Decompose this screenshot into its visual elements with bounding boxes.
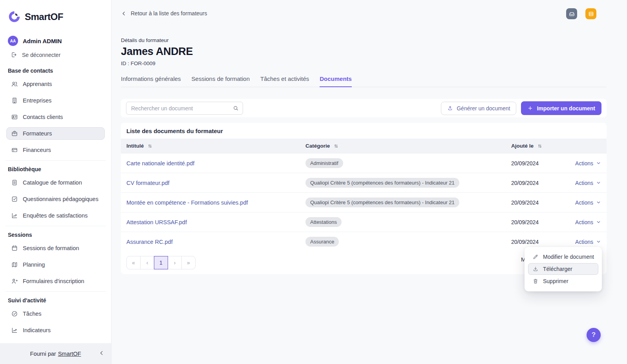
sort-icon[interactable] [147, 143, 153, 149]
tab-documents[interactable]: Documents [320, 75, 352, 87]
document-link[interactable]: Attestation URSSAF.pdf [126, 219, 187, 225]
category-badge: Qualiopi Critère 5 (compétences des form… [305, 178, 459, 188]
users-icon [11, 80, 18, 88]
tab-informations-generales[interactable]: Informations générales [121, 75, 181, 87]
table-row: Montée en compétence - Formations suivie… [121, 192, 607, 212]
briefcase-icon [11, 130, 18, 137]
sidebar-item-sessions-formation[interactable]: Sessions de formation [6, 242, 105, 254]
logout-button[interactable]: Se déconnecter [0, 48, 111, 60]
building-icon [11, 97, 18, 104]
checkbox-icon [11, 196, 18, 203]
section-title-sessions: Sessions [0, 232, 111, 238]
sidebar-item-planning[interactable]: Planning [6, 258, 105, 271]
help-button[interactable]: ? [587, 328, 601, 342]
sidebar-item-label: Entreprises [23, 97, 51, 104]
sort-icon[interactable] [537, 143, 543, 149]
chevron-down-icon [596, 161, 601, 166]
document-link[interactable]: Assurance RC.pdf [126, 239, 173, 245]
sidebar-item-label: Formulaires d'inscription [23, 278, 84, 284]
generate-document-button[interactable]: Générer un document [441, 102, 516, 115]
sidebar-item-indicateurs[interactable]: Indicateurs [6, 324, 105, 337]
sidebar-item-label: Questionnaires pédagogiques [23, 196, 99, 202]
tab-sessions-de-formation[interactable]: Sessions de formation [192, 75, 250, 87]
tab-taches-et-activites[interactable]: Tâches et activités [260, 75, 309, 87]
page-subtitle: ID : FOR-0009 [121, 60, 607, 66]
documents-card-title: Liste des documents du formateur [121, 123, 607, 139]
import-document-button[interactable]: Importer un document [521, 101, 601, 115]
document-link[interactable]: CV formateur.pdf [126, 180, 170, 186]
table-row: Carte nationale identité.pdf Administrat… [121, 153, 607, 173]
documents-panel-button[interactable] [585, 8, 596, 19]
sidebar-item-catalogue[interactable]: Catalogue de formation [6, 176, 105, 189]
sidebar-item-questionnaires[interactable]: Questionnaires pédagogiques [6, 193, 105, 205]
search-icon[interactable] [232, 105, 239, 112]
added-date: 20/09/2024 [511, 239, 577, 245]
search-input[interactable] [126, 102, 243, 115]
sidebar-item-label: Enquêtes de satisfactions [23, 212, 88, 219]
chevron-down-icon [596, 180, 601, 185]
actions-menu-button[interactable]: Actions [575, 219, 601, 225]
sidebar-item-enquetes[interactable]: Enquêtes de satisfactions [6, 209, 105, 222]
pagination-next-button[interactable]: › [168, 256, 182, 269]
sidebar-item-taches[interactable]: Tâches [6, 307, 105, 320]
sidebar-item-apprenants[interactable]: Apprenants [6, 78, 105, 90]
actions-menu-button[interactable]: Actions [575, 239, 601, 245]
collapse-sidebar-icon[interactable] [99, 350, 105, 356]
back-link[interactable]: Retour à la liste des formateurs [121, 10, 207, 16]
chart-icon [11, 212, 18, 219]
toolbar-actions: Générer un document Importer un document [441, 101, 601, 115]
generate-document-label: Générer un document [457, 105, 510, 112]
document-link[interactable]: Carte nationale identité.pdf [126, 160, 194, 166]
sidebar-item-entreprises[interactable]: Entreprises [6, 94, 105, 107]
sidebar-item-formateurs[interactable]: Formateurs [6, 127, 105, 140]
column-categorie: Catégorie [305, 143, 511, 149]
menu-item-telecharger[interactable]: Télécharger [528, 263, 598, 275]
sidebar-item-contacts-clients[interactable]: Contacts clients [6, 111, 105, 123]
column-intitule: Intitulé [126, 143, 305, 149]
footer-brand-link[interactable]: SmartOF [58, 351, 81, 357]
menu-item-supprimer[interactable]: Supprimer [528, 275, 598, 287]
book-icon [11, 179, 18, 186]
sidebar: SmartOF AA Admin ADMIN Se déconnecter Ba… [0, 0, 112, 364]
table-header: Intitulé Catégorie Ajouté le [121, 139, 607, 153]
actions-menu-button[interactable]: Actions [575, 180, 601, 186]
user-name: Admin ADMIN [23, 38, 62, 44]
chevron-left-icon [121, 11, 127, 16]
pagination-page-1[interactable]: 1 [154, 256, 168, 269]
actions-menu-button[interactable]: Actions [575, 199, 601, 206]
sidebar-footer: Fourni par SmartOF [0, 343, 111, 364]
logout-label: Se déconnecter [22, 52, 60, 58]
added-date: 20/09/2024 [511, 199, 577, 206]
document-link[interactable]: Montée en compétence - Formations suivie… [126, 199, 248, 206]
tabs: Informations générales Sessions de forma… [121, 75, 607, 87]
brand-logo: SmartOF [0, 0, 111, 29]
user-plus-icon [11, 278, 18, 285]
upload-icon [447, 105, 453, 111]
actions-menu-button[interactable]: Actions [575, 160, 601, 166]
sidebar-item-label: Apprenants [23, 81, 52, 87]
section-title-bibliotheque: Bibliothèque [0, 166, 111, 172]
inbox-button[interactable] [566, 8, 577, 19]
pagination-first-button[interactable]: « [126, 256, 141, 269]
page-eyebrow: Détails du formateur [121, 37, 607, 43]
sidebar-item-rapports[interactable]: Rapports [6, 340, 105, 343]
user-row: AA Admin ADMIN [0, 29, 111, 48]
sidebar-item-financeurs[interactable]: Financeurs [6, 144, 105, 156]
logout-icon [11, 51, 17, 58]
sidebar-item-label: Indicateurs [23, 327, 51, 333]
sort-icon[interactable] [333, 143, 339, 149]
pagination-last-button[interactable]: » [181, 256, 196, 269]
pagination-prev-button[interactable]: ‹ [140, 256, 154, 269]
sidebar-item-label: Financeurs [23, 147, 51, 153]
sidebar-item-label: Catalogue de formation [23, 179, 82, 186]
menu-item-modifier[interactable]: Modifier le document [528, 251, 598, 263]
brand-name: SmartOF [25, 11, 63, 22]
section-title-suivi: Suivi d'activité [0, 297, 111, 304]
sidebar-item-formulaires[interactable]: Formulaires d'inscription [6, 275, 105, 287]
top-icons [566, 8, 596, 19]
trash-icon [532, 278, 539, 284]
main-content: Retour à la liste des formateurs Détails… [112, 0, 627, 364]
added-date: 20/09/2024 [511, 180, 577, 186]
sidebar-item-label: Formateurs [23, 130, 52, 137]
menu-item-label: Modifier le document [543, 254, 594, 260]
